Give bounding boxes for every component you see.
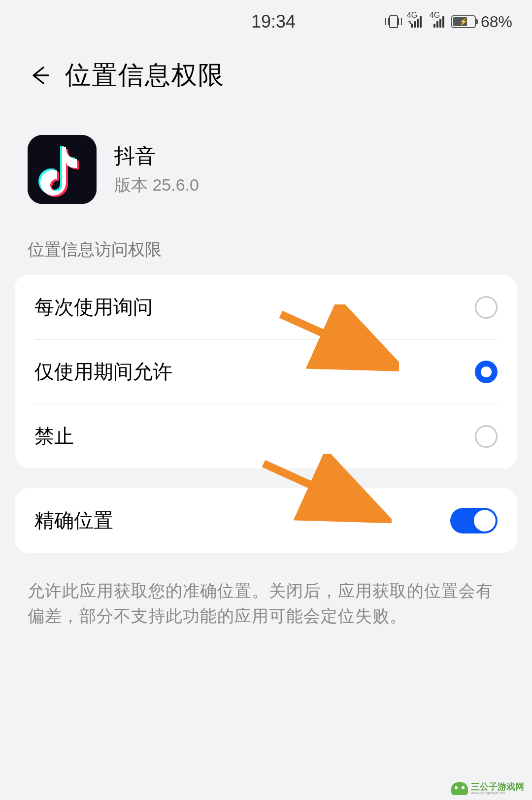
battery-icon: ⚡ [451, 15, 476, 28]
app-name: 抖音 [114, 142, 199, 170]
radio-unchecked-icon [475, 296, 498, 319]
vibrate-icon [389, 15, 398, 28]
precise-location-card: 精确位置 [15, 488, 517, 553]
status-bar: 19:34 4G ⇅ 4G ⚡ 68% [0, 0, 532, 43]
back-button[interactable] [28, 64, 51, 87]
precise-location-description: 允许此应用获取您的准确位置。关闭后，应用获取的位置会有偏差，部分不支持此功能的应… [0, 572, 532, 629]
option-label: 每次使用询问 [34, 294, 153, 321]
battery-percent: 68% [481, 13, 512, 31]
arrow-left-icon [29, 65, 50, 86]
page-header: 位置信息权限 [0, 43, 532, 107]
radio-checked-icon [475, 361, 498, 383]
radio-unchecked-icon [475, 425, 498, 448]
page-title: 位置信息权限 [65, 58, 225, 93]
option-ask-every-time[interactable]: 每次使用询问 [15, 275, 517, 339]
watermark: 三公子游戏网 www.sangongzi.net [451, 782, 524, 795]
section-label: 位置信息访问权限 [0, 224, 532, 275]
signal-2-icon: 4G [432, 16, 444, 28]
signal-1-icon: 4G ⇅ [409, 16, 422, 28]
watermark-logo-icon [451, 782, 468, 795]
permission-options-card: 每次使用询问 仅使用期间允许 禁止 [15, 275, 517, 468]
option-deny[interactable]: 禁止 [15, 404, 517, 468]
watermark-title: 三公子游戏网 [471, 782, 524, 791]
option-label: 仅使用期间允许 [34, 358, 172, 385]
app-icon [28, 135, 97, 204]
watermark-url: www.sangongzi.net [471, 791, 524, 795]
toggle-on-icon [450, 508, 498, 533]
app-meta: 抖音 版本 25.6.0 [114, 142, 199, 197]
status-indicators: 4G ⇅ 4G ⚡ 68% [389, 13, 512, 31]
option-allow-while-using[interactable]: 仅使用期间允许 [15, 339, 517, 404]
precise-location-row[interactable]: 精确位置 [15, 488, 517, 553]
precise-location-label: 精确位置 [34, 507, 113, 534]
app-version: 版本 25.6.0 [114, 174, 199, 197]
option-label: 禁止 [34, 423, 74, 450]
status-time: 19:34 [20, 11, 389, 32]
app-info: 抖音 版本 25.6.0 [0, 107, 532, 224]
